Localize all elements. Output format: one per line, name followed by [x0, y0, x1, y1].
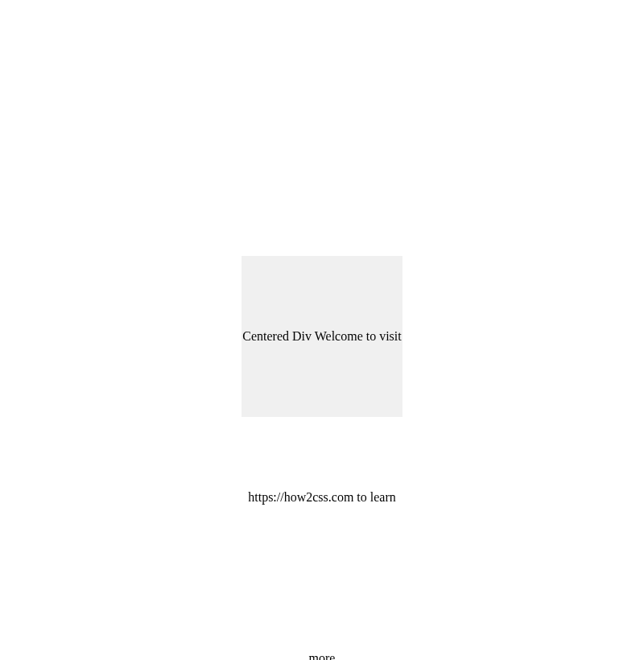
centered-box-2: https://how2css.com to learn [242, 417, 402, 578]
centered-box-text-3: more [309, 651, 336, 660]
centered-box-1: Centered Div Welcome to visit [242, 256, 402, 417]
centered-box-text-1: Centered Div Welcome to visit [242, 329, 401, 344]
centered-box-3: more [242, 578, 402, 660]
centered-box-text-2: https://how2css.com to learn [248, 490, 396, 505]
